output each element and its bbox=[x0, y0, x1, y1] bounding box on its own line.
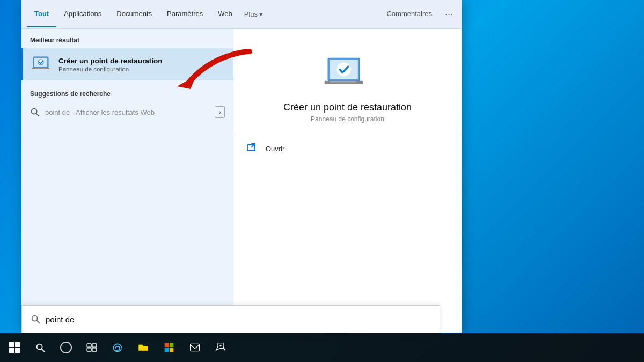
open-action[interactable]: Ouvrir bbox=[233, 134, 462, 163]
tab-plus[interactable]: Plus ▾ bbox=[240, 2, 267, 27]
taskbar-search-icon bbox=[35, 343, 45, 352]
svg-rect-3 bbox=[35, 68, 46, 69]
suggestion-text: point de - Afficher les résultats Web bbox=[45, 108, 209, 116]
file-explorer-icon bbox=[138, 342, 149, 353]
tab-commentaires[interactable]: Commentaires bbox=[379, 1, 440, 27]
search-icon bbox=[30, 107, 40, 117]
laptop-illustration bbox=[324, 56, 372, 93]
tab-web[interactable]: Web bbox=[210, 1, 240, 27]
svg-rect-26 bbox=[191, 344, 200, 351]
search-panel: Tout Applications Documents Paramètres W… bbox=[21, 0, 462, 333]
svg-line-15 bbox=[37, 321, 40, 323]
right-panel-subtitle: Panneau de configuration bbox=[311, 115, 384, 123]
tab-applications[interactable]: Applications bbox=[56, 1, 109, 27]
svg-line-6 bbox=[36, 114, 39, 116]
mail-button[interactable] bbox=[182, 335, 207, 360]
svg-rect-24 bbox=[165, 348, 169, 352]
result-subtitle: Panneau de configuration bbox=[58, 66, 163, 72]
edge-icon bbox=[112, 342, 123, 353]
task-view-icon bbox=[86, 343, 97, 352]
store-button[interactable] bbox=[157, 335, 181, 360]
cortana-button[interactable] bbox=[54, 335, 78, 360]
left-panel: Meilleur résultat bbox=[21, 29, 233, 333]
result-title: Créer un point de restauration bbox=[58, 57, 163, 65]
snipping-tool-button[interactable] bbox=[208, 335, 233, 360]
best-result-item[interactable]: Créer un point de restauration Panneau d… bbox=[21, 48, 233, 80]
tab-documents[interactable]: Documents bbox=[109, 1, 159, 27]
suggestion-item[interactable]: point de - Afficher les résultats Web › bbox=[21, 101, 233, 123]
desktop: Tout Applications Documents Paramètres W… bbox=[0, 0, 644, 362]
search-input-bar: point de bbox=[21, 305, 440, 333]
svg-rect-22 bbox=[165, 343, 169, 348]
best-result-label: Meilleur résultat bbox=[21, 29, 233, 48]
svg-point-27 bbox=[219, 345, 221, 346]
result-text-block: Créer un point de restauration Panneau d… bbox=[58, 57, 163, 72]
svg-rect-20 bbox=[87, 348, 91, 351]
svg-rect-23 bbox=[170, 343, 174, 348]
more-options-button[interactable]: ··· bbox=[442, 9, 456, 20]
start-button[interactable] bbox=[2, 335, 27, 360]
svg-rect-18 bbox=[87, 344, 91, 347]
file-explorer-button[interactable] bbox=[131, 335, 156, 360]
open-label: Ouvrir bbox=[266, 145, 284, 153]
snipping-icon bbox=[215, 342, 226, 353]
main-content: Meilleur résultat bbox=[21, 29, 462, 333]
right-icon-area: Créer un point de restauration Panneau d… bbox=[233, 29, 462, 134]
right-panel: Créer un point de restauration Panneau d… bbox=[233, 29, 462, 333]
svg-rect-21 bbox=[92, 348, 97, 351]
right-panel-title: Créer un point de restauration bbox=[283, 102, 412, 113]
result-icon bbox=[32, 54, 53, 75]
suggestion-arrow-button[interactable]: › bbox=[215, 106, 225, 118]
search-input-icon bbox=[31, 314, 40, 324]
store-icon bbox=[164, 342, 174, 353]
tab-parametres[interactable]: Paramètres bbox=[159, 1, 210, 27]
svg-point-11 bbox=[336, 63, 350, 77]
tab-tout[interactable]: Tout bbox=[27, 1, 56, 27]
cortana-icon bbox=[60, 342, 72, 353]
svg-rect-19 bbox=[92, 344, 97, 347]
open-icon bbox=[246, 143, 258, 154]
mail-icon bbox=[189, 343, 200, 352]
search-input-value[interactable]: point de bbox=[46, 315, 431, 324]
task-view-button[interactable] bbox=[79, 335, 104, 360]
taskbar-search-button[interactable] bbox=[28, 335, 53, 360]
svg-rect-12 bbox=[247, 145, 255, 151]
svg-rect-25 bbox=[170, 348, 174, 352]
svg-line-17 bbox=[42, 349, 45, 352]
taskbar bbox=[0, 333, 644, 362]
windows-logo bbox=[9, 342, 20, 353]
svg-rect-10 bbox=[330, 81, 355, 82]
tabs-bar: Tout Applications Documents Paramètres W… bbox=[21, 0, 462, 29]
control-panel-icon bbox=[32, 56, 53, 73]
edge-browser-button[interactable] bbox=[105, 335, 130, 360]
suggestions-label: Suggestions de recherche bbox=[21, 83, 233, 101]
